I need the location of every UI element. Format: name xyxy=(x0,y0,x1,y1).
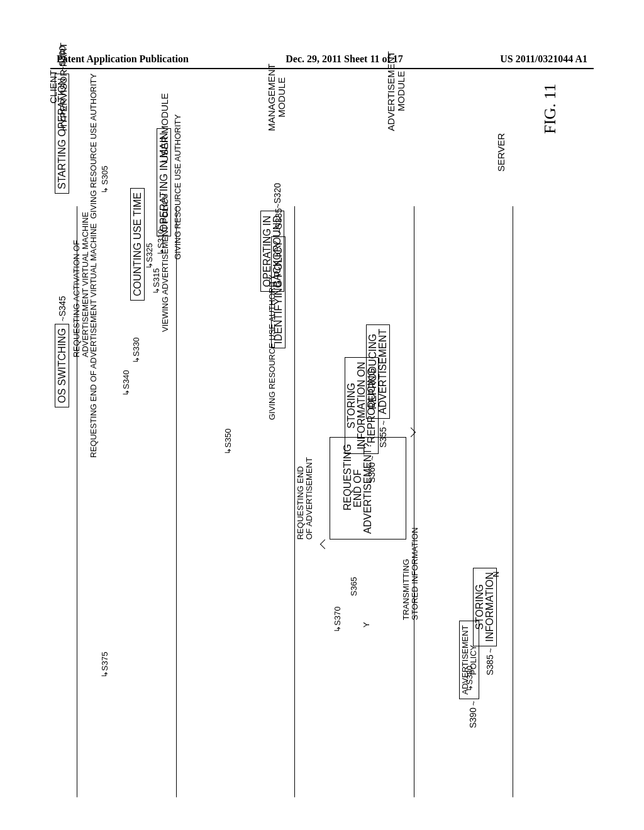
lane-server: SERVER xyxy=(496,133,506,172)
step-s345: OS SWITCHING~S345 xyxy=(57,296,68,407)
lifeline-server xyxy=(513,206,513,797)
sequence-diagram: FIG. 11 CLIENT HYPERVISOR PART USER MODU… xyxy=(57,87,585,797)
lane-management: MANAGEMENT MODULE xyxy=(267,63,287,131)
step-s365: REQUESTING END OF ADVERTISEMENT? xyxy=(330,437,406,540)
lane-advertisement: ADVERTISEMENT MODULE xyxy=(386,51,406,131)
step-s375-label: REQUESTING END OF ADVERTISEMENT VIRTUAL … xyxy=(89,223,98,458)
lifeline-advertisement xyxy=(414,206,414,797)
step-s315-label: GIVING RESOURCE USE AUTHORITY xyxy=(173,114,182,260)
step-s340-label: REQUESTING ACTIVATION OF ADVERTISEMENT V… xyxy=(72,212,89,357)
step-s370-label: REQUESTING END OF ADVERTISEMENT xyxy=(296,457,313,540)
page: Patent Application Publication Dec. 29, … xyxy=(0,0,644,830)
step-s365-ref: S365 xyxy=(349,577,358,596)
step-s330-label: VIEWING ADVERTISEMENT POLICY xyxy=(160,193,170,332)
step-s375-ref: ↳S375 xyxy=(100,652,109,678)
step-s305: GIVING RESOURCE USE AUTHORITY ↳S305 xyxy=(89,74,98,219)
lifeline-user xyxy=(176,206,177,797)
step-s300: STARTING OPERATION~S300 xyxy=(57,46,68,194)
page-header: Patent Application Publication Dec. 29, … xyxy=(57,53,587,65)
step-s390: S390~ADVERTISEMENT POLICY xyxy=(459,621,479,728)
step-s315-ref: ↳S315 xyxy=(152,268,161,294)
step-s370-ref: ↳S370 xyxy=(333,607,342,633)
step-s380-label: TRANSMITTING STORED INFORMATION xyxy=(402,527,419,620)
header-rule xyxy=(50,68,594,69)
figure-label: FIG. 11 xyxy=(541,84,560,134)
step-s330-ref: ↳S330 xyxy=(131,338,141,363)
header-left: Patent Application Publication xyxy=(57,53,189,65)
step-s350-label: GIVING RESOURCE USE AUTHORITY xyxy=(267,275,277,420)
header-right: US 2011/0321044 A1 xyxy=(500,53,587,65)
step-s325: COUNTING USE TIME ↳S325 xyxy=(132,188,143,301)
s365-yes: Y xyxy=(362,622,371,628)
step-s340-ref: ↳S340 xyxy=(121,370,131,396)
step-s350-ref: ↳S350 xyxy=(223,429,233,455)
